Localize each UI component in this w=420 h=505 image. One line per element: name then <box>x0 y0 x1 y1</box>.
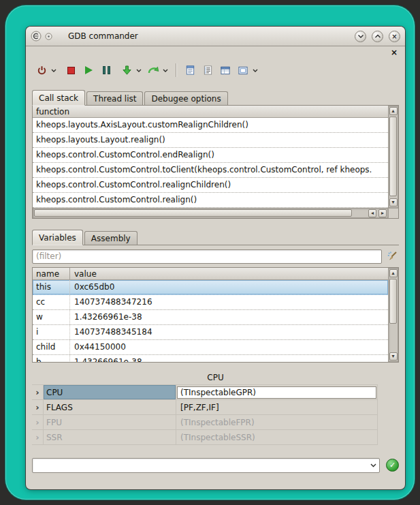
frame-icon <box>238 65 248 76</box>
value-column-header: value <box>70 268 388 279</box>
stop-icon <box>67 67 75 74</box>
arrow-up-icon: ▴ <box>391 108 394 114</box>
function-column-header: function <box>36 107 69 117</box>
variable-row[interactable]: i140737488345184 <box>33 325 388 340</box>
callstack-vertical-scrollbar[interactable]: ▴ ▾ <box>388 106 398 208</box>
document-icon <box>185 65 195 76</box>
run-button[interactable] <box>81 62 96 78</box>
cpu-value-field[interactable]: (TInspectableGPR) <box>177 386 376 399</box>
window-title: GDB commander <box>68 31 349 41</box>
scrollbar-thumb[interactable] <box>34 209 352 217</box>
variable-row[interactable]: cc140737488347216 <box>33 295 388 310</box>
variable-name: child <box>33 340 70 354</box>
minimize-button[interactable] <box>355 31 366 42</box>
variable-row[interactable]: child0x44150000 <box>33 340 388 355</box>
step-over-dropdown[interactable] <box>161 62 169 78</box>
expander-icon[interactable]: › <box>32 385 43 399</box>
callstack-row[interactable]: kheops.control.CustomControl.realignChil… <box>33 178 388 193</box>
cpu-row-name: FPU <box>43 415 176 429</box>
variables-tabbar: VariablesAssembly <box>32 230 399 245</box>
callstack-row[interactable]: kheops.control.CustomControl.endRealign(… <box>33 148 388 163</box>
send-command-button[interactable]: ✓ <box>386 459 399 472</box>
scroll-up-button[interactable]: ▴ <box>389 107 398 115</box>
tab-variables[interactable]: Variables <box>32 230 83 245</box>
window-menu-icon[interactable] <box>45 33 52 40</box>
pause-button[interactable] <box>99 62 114 78</box>
tab-thread-list[interactable]: Thread list <box>86 91 143 105</box>
filter-input[interactable] <box>32 249 382 264</box>
callstack-row[interactable]: kheops.layouts.Layout.realign() <box>33 133 388 148</box>
chevron-down-icon <box>136 69 142 72</box>
output-button[interactable] <box>182 62 197 78</box>
clear-filter-button[interactable] <box>385 249 399 263</box>
expander-icon[interactable]: › <box>32 400 43 414</box>
power-dropdown[interactable] <box>49 62 58 78</box>
app-icon[interactable] <box>31 31 42 42</box>
scrollbar-thumb[interactable] <box>389 279 397 324</box>
titlebar[interactable]: GDB commander × <box>26 27 405 46</box>
variable-row[interactable]: this0xc65db0 <box>33 280 388 295</box>
options-button[interactable] <box>236 62 251 78</box>
arrow-down-icon: ▾ <box>391 200 394 205</box>
tab-assembly[interactable]: Assembly <box>84 231 138 245</box>
expander-icon[interactable]: › <box>32 430 43 444</box>
window-grid-icon <box>220 65 231 76</box>
cpu-row-value-cell: (TInspectableSSR) <box>176 430 378 444</box>
scroll-up-button[interactable]: ▴ <box>389 269 398 277</box>
variable-value: 140737488347216 <box>70 295 388 309</box>
scroll-down-button[interactable]: ▾ <box>389 352 398 361</box>
pause-icon <box>103 66 110 74</box>
callstack-row[interactable]: kheops.control.CustomControl.toClient(kh… <box>33 163 388 178</box>
tab-call-stack[interactable]: Call stack <box>32 90 85 106</box>
window-body: × <box>26 46 405 489</box>
options-dropdown[interactable] <box>251 62 259 78</box>
scrollbar-thumb[interactable] <box>389 117 397 196</box>
cpu-window-button[interactable] <box>218 62 233 78</box>
stop-button[interactable] <box>63 62 78 78</box>
scroll-down-button[interactable]: ▾ <box>389 198 398 206</box>
cpu-row[interactable]: ›SSR(TInspectableSSR) <box>32 430 378 445</box>
arrow-right-icon: ▸ <box>381 211 384 216</box>
variable-row[interactable]: w1.43266961e-38 <box>33 310 388 325</box>
power-icon <box>37 65 47 76</box>
cpu-row[interactable]: ›FPU(TInspectableFPR) <box>32 415 378 430</box>
variable-row[interactable]: b1.43266961e-38 <box>33 355 388 362</box>
step-into-dropdown[interactable] <box>134 62 143 78</box>
command-list-button[interactable] <box>200 62 215 78</box>
scroll-left-button[interactable]: ◂ <box>368 209 376 217</box>
cpu-row-value-cell: (TInspectableGPR) <box>176 385 378 399</box>
variables-panel: name value this0xc65db0cc140737488347216… <box>32 267 399 363</box>
variables-table-header: name value <box>33 268 388 280</box>
variable-value: 0x44150000 <box>70 340 388 354</box>
step-into-button[interactable] <box>119 62 134 78</box>
maximize-button[interactable] <box>372 31 383 42</box>
list-icon <box>203 65 213 76</box>
chevron-down-icon <box>370 463 376 468</box>
variables-vertical-scrollbar[interactable]: ▴ ▾ <box>388 268 398 362</box>
close-button[interactable]: × <box>389 31 400 42</box>
panel-close-button[interactable]: × <box>391 48 398 59</box>
desktop-background: GDB commander × × <box>0 0 420 505</box>
callstack-horizontal-scrollbar[interactable]: ◂ ▸ <box>33 208 388 218</box>
tab-debugee-options[interactable]: Debugee options <box>144 91 227 105</box>
cpu-row-name: SSR <box>43 430 176 444</box>
command-combobox[interactable] <box>32 458 380 473</box>
step-over-button[interactable] <box>146 62 161 78</box>
command-bar: ✓ <box>32 457 399 473</box>
window-frame: GDB commander × × <box>5 5 415 500</box>
expander-icon[interactable]: › <box>32 415 43 429</box>
callstack-row[interactable]: kheops.control.CustomControl.realign() <box>33 193 388 208</box>
command-input[interactable] <box>33 459 367 472</box>
power-button[interactable] <box>34 62 49 78</box>
check-icon: ✓ <box>389 461 395 470</box>
callstack-row[interactable]: kheops.layouts.AxisLayout.customRealignC… <box>33 118 388 133</box>
scroll-right-button[interactable]: ▸ <box>378 209 387 217</box>
cpu-row[interactable]: ›FLAGS[PF,ZF,IF] <box>32 400 378 415</box>
cpu-row[interactable]: ›CPU(TInspectableGPR) <box>32 385 378 400</box>
close-icon: × <box>391 33 397 40</box>
combo-dropdown-button[interactable] <box>367 459 379 472</box>
callstack-panel: function kheops.layouts.AxisLayout.custo… <box>32 105 399 219</box>
cpu-row-name: CPU <box>43 385 176 399</box>
arrow-down-icon: ▾ <box>391 354 394 359</box>
variable-value: 1.43266961e-38 <box>70 310 388 324</box>
